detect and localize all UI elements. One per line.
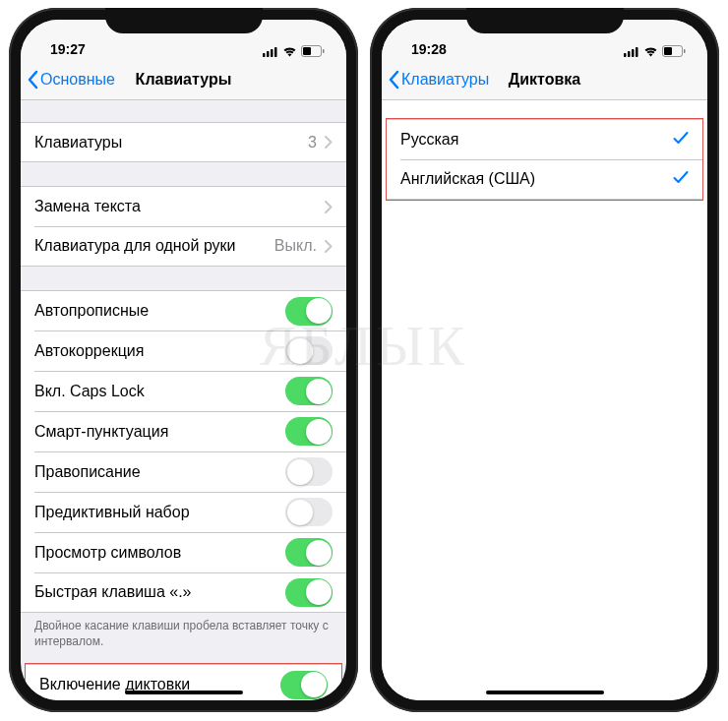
cellular-icon: [624, 46, 639, 57]
toggle-spelling[interactable]: [285, 457, 333, 486]
svg-rect-13: [664, 47, 672, 55]
svg-rect-5: [323, 49, 325, 53]
row-label: Клавиатуры: [34, 134, 308, 151]
toggle-enable-dictation[interactable]: [280, 671, 328, 699]
dictation-content[interactable]: Русская Английская (США): [382, 100, 707, 700]
cellular-icon: [263, 46, 278, 57]
row-label: Правописание: [34, 463, 285, 481]
svg-rect-10: [636, 47, 638, 57]
row-value: Выкл.: [274, 237, 317, 255]
chevron-right-icon: [325, 136, 333, 149]
group-footer: Двойное касание клавиши пробела вставляе…: [21, 613, 346, 649]
chevron-left-icon: [388, 70, 399, 90]
row-auto-correction: Автокоррекция: [21, 330, 346, 371]
chevron-right-icon: [325, 201, 333, 213]
svg-rect-1: [267, 51, 270, 57]
svg-rect-6: [303, 47, 311, 55]
row-value: 3: [308, 134, 317, 151]
back-button[interactable]: Клавиатуры: [382, 70, 489, 90]
row-dot-shortcut: Быстрая клавиша «.»: [21, 572, 346, 613]
status-time: 19:27: [50, 41, 86, 57]
checkmark-icon: [673, 170, 689, 188]
row-label: Автокоррекция: [34, 342, 285, 360]
svg-rect-7: [624, 53, 627, 57]
row-one-handed-keyboard[interactable]: Клавиатура для одной руки Выкл.: [21, 226, 346, 267]
wifi-icon: [643, 46, 658, 57]
row-label: Автопрописные: [34, 302, 285, 320]
toggle-auto-correction[interactable]: [285, 336, 333, 365]
home-indicator[interactable]: [486, 691, 604, 694]
back-label: Основные: [40, 71, 115, 89]
svg-rect-3: [274, 47, 277, 57]
row-keyboards[interactable]: Клавиатуры 3: [21, 122, 346, 162]
row-label: Быстрая клавиша «.»: [34, 583, 285, 601]
wifi-icon: [282, 46, 297, 57]
row-language-english-us[interactable]: Английская (США): [387, 159, 702, 200]
battery-icon: [301, 45, 325, 57]
row-predictive: Предиктивный набор: [21, 492, 346, 532]
row-label: Английская (США): [400, 170, 673, 188]
row-enable-dictation: Включение диктовки: [26, 664, 341, 700]
chevron-right-icon: [325, 240, 333, 253]
row-label: Клавиатура для одной руки: [34, 237, 274, 255]
row-check-spelling: Правописание: [21, 451, 346, 492]
row-auto-capitalization: Автопрописные: [21, 290, 346, 330]
toggle-char-preview[interactable]: [285, 538, 333, 567]
row-label: Предиктивный набор: [34, 504, 285, 521]
phone-left: 19:27 Основные Клавиатуры Клавиатуры: [9, 8, 358, 712]
nav-title: Клавиатуры: [136, 71, 232, 89]
nav-bar: Клавиатуры Диктовка: [382, 59, 707, 100]
status-time: 19:28: [411, 41, 447, 57]
battery-icon: [662, 45, 686, 57]
nav-bar: Основные Клавиатуры: [21, 59, 346, 100]
notch: [466, 8, 624, 33]
svg-rect-8: [628, 51, 631, 57]
toggle-smart-punctuation[interactable]: [285, 417, 333, 446]
row-text-replacement[interactable]: Замена текста: [21, 186, 346, 226]
toggle-dot-shortcut[interactable]: [285, 578, 333, 607]
highlight-languages: Русская Английская (США): [386, 118, 703, 201]
checkmark-icon: [673, 131, 689, 149]
toggle-predictive[interactable]: [285, 498, 333, 526]
svg-rect-2: [271, 49, 273, 57]
notch: [105, 8, 263, 33]
toggle-caps-lock[interactable]: [285, 377, 333, 405]
row-label: Вкл. Caps Lock: [34, 383, 285, 400]
svg-rect-9: [632, 49, 635, 57]
back-label: Клавиатуры: [401, 71, 489, 89]
row-label: Просмотр символов: [34, 544, 285, 562]
nav-title: Диктовка: [509, 71, 580, 89]
svg-rect-12: [684, 49, 686, 53]
svg-rect-0: [263, 53, 266, 57]
row-character-preview: Просмотр символов: [21, 532, 346, 572]
home-indicator[interactable]: [125, 691, 243, 694]
row-label: Смарт-пунктуация: [34, 423, 285, 441]
row-language-russian[interactable]: Русская: [387, 119, 702, 159]
settings-content[interactable]: Клавиатуры 3 Замена текста Клавиатура дл…: [21, 100, 346, 700]
toggle-auto-caps[interactable]: [285, 297, 333, 326]
row-label: Русская: [400, 131, 673, 149]
row-label: Замена текста: [34, 198, 325, 215]
chevron-left-icon: [27, 70, 38, 90]
highlight-dictation: Включение диктовки Диктовка: [25, 663, 342, 700]
row-smart-punctuation: Смарт-пунктуация: [21, 411, 346, 451]
back-button[interactable]: Основные: [21, 70, 115, 90]
row-caps-lock: Вкл. Caps Lock: [21, 371, 346, 411]
phone-right: 19:28 Клавиатуры Диктовка Р: [370, 8, 719, 712]
